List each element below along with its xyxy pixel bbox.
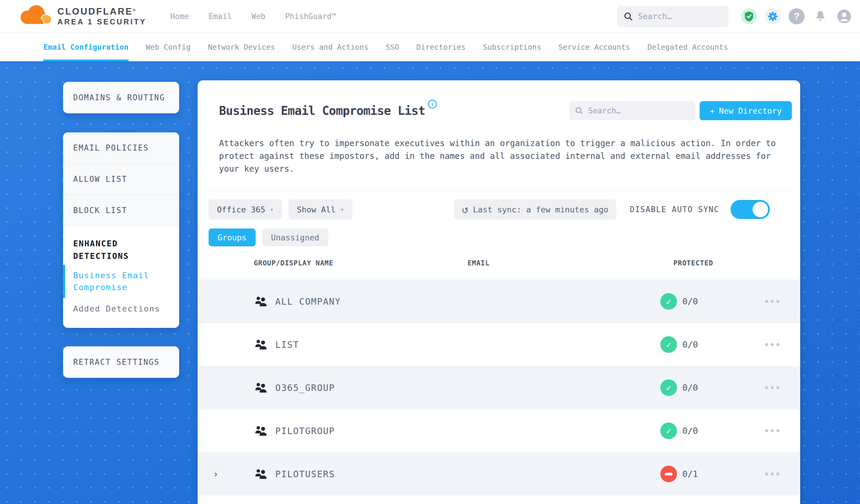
content-canvas: DOMAINS & ROUTING EMAIL POLICIES ALLOW L… — [0, 61, 860, 504]
protected-status-icon: ✓ — [660, 466, 677, 482]
protected-status-icon: ✓ — [660, 336, 677, 353]
directory-source-dropdown[interactable]: Office 365 ▾ — [209, 199, 282, 219]
page-title: Business Email Compromise Listi — [219, 104, 437, 117]
plus-icon: + — [710, 106, 715, 115]
view-tab-groups[interactable]: Groups — [209, 229, 256, 246]
protected-status-icon: ✓ — [660, 293, 677, 310]
group-icon — [254, 382, 268, 394]
registered-mark: ® — [133, 8, 137, 12]
protected-count: 0/0 — [682, 340, 698, 349]
group-name: O365_GROUP — [275, 383, 449, 393]
auto-sync-label: DISABLE AUTO SYNC — [630, 205, 719, 214]
info-icon[interactable]: i — [428, 100, 437, 109]
group-name: ALL COMPANY — [275, 296, 449, 307]
last-sync-status[interactable]: ↺ Last sync: a few minutes ago — [454, 199, 616, 219]
table-row: › PILOTGROUP ✓ 0/0 — [198, 409, 800, 452]
tab-directories[interactable]: Directories — [416, 33, 466, 61]
chevron-down-icon: ▾ — [341, 206, 344, 213]
table-row: › LIST ✓ 0/0 — [198, 323, 800, 366]
table-row: › ALL COMPANY ✓ 0/0 — [198, 280, 800, 323]
column-group-display-name: GROUP/DISPLAY NAME — [254, 259, 468, 267]
table-body: › ALL COMPANY ✓ 0/0 › LIST ✓ 0/0 — [198, 280, 800, 495]
sidebar-item-business-email-compromise[interactable]: Business Email Compromise — [63, 265, 179, 298]
tab-web-config[interactable]: Web Config — [146, 33, 191, 61]
page-description: Attackers often try to impersonate execu… — [219, 137, 779, 175]
gear-icon[interactable] — [765, 8, 781, 24]
sidebar-item-added-detections[interactable]: Added Detections — [63, 298, 179, 319]
global-search-input[interactable] — [638, 12, 710, 21]
top-nav-email[interactable]: Email — [209, 12, 232, 21]
cloudflare-cloud-icon — [16, 4, 55, 28]
new-directory-button[interactable]: + New Directory — [700, 101, 792, 120]
row-menu-icon[interactable] — [765, 473, 779, 475]
protected-status-icon: ✓ — [660, 422, 677, 439]
top-header: CLOUDFLARE® AREA 1 SECURITY Home Email W… — [0, 0, 860, 33]
logo-brand: CLOUDFLARE® — [57, 6, 146, 17]
sidebar-item-allow-list[interactable]: ALLOW LIST — [63, 164, 179, 195]
top-nav-home[interactable]: Home — [170, 12, 189, 21]
tab-subscriptions[interactable]: Subscriptions — [483, 33, 541, 61]
tab-network-devices[interactable]: Network Devices — [208, 33, 275, 61]
show-filter-dropdown[interactable]: Show All ▾ — [289, 199, 352, 219]
group-icon — [254, 296, 268, 307]
divider — [208, 190, 792, 190]
sidebar-item-retract-settings[interactable]: RETRACT SETTINGS — [63, 346, 179, 378]
group-name: PILOTUSERS — [275, 469, 449, 479]
list-search[interactable] — [569, 101, 696, 120]
protected-count: 0/0 — [682, 383, 698, 393]
chevron-down-icon: ▾ — [270, 206, 274, 213]
expand-chevron-icon[interactable]: › — [209, 465, 223, 483]
main-card: Business Email Compromise Listi + New Di… — [198, 80, 800, 504]
protected-status-icon: ✓ — [660, 379, 677, 396]
row-menu-icon[interactable] — [765, 386, 779, 389]
tab-email-configuration[interactable]: Email Configuration — [43, 33, 129, 61]
group-icon — [254, 468, 268, 480]
shield-check-icon[interactable] — [741, 8, 757, 24]
top-nav-web[interactable]: Web — [252, 12, 266, 21]
table-header: GROUP/DISPLAY NAME EMAIL PROTECTED — [198, 246, 800, 280]
protected-count: 0/1 — [682, 469, 698, 479]
protected-count: 0/0 — [682, 296, 698, 306]
row-menu-icon[interactable] — [765, 343, 779, 346]
search-icon — [575, 106, 583, 115]
view-tab-unassigned[interactable]: Unassigned — [262, 229, 329, 246]
sidebar: DOMAINS & ROUTING EMAIL POLICIES ALLOW L… — [63, 61, 179, 378]
table-row: › PILOTUSERS ✓ 0/1 — [198, 452, 800, 495]
help-icon[interactable]: ? — [789, 8, 805, 24]
sidebar-item-email-policies[interactable]: EMAIL POLICIES — [63, 132, 179, 164]
toggle-knob — [752, 202, 768, 217]
group-icon — [254, 425, 268, 437]
section-tab-bar: Email Configuration Web Config Network D… — [0, 33, 860, 61]
tab-users-and-actions[interactable]: Users and Actions — [292, 33, 369, 61]
cloudflare-logo[interactable]: CLOUDFLARE® AREA 1 SECURITY — [16, 4, 146, 28]
sidebar-item-enhanced-detections[interactable]: ENHANCED DETECTIONS — [63, 235, 179, 265]
refresh-icon: ↺ — [462, 204, 468, 215]
sidebar-item-domains-routing[interactable]: DOMAINS & ROUTING — [63, 82, 179, 113]
list-search-input[interactable] — [588, 106, 677, 115]
auto-sync-toggle[interactable] — [731, 200, 770, 219]
group-icon — [254, 339, 268, 350]
column-protected: PROTECTED — [673, 259, 713, 267]
column-email: EMAIL — [468, 259, 673, 267]
sidebar-item-block-list[interactable]: BLOCK LIST — [63, 195, 179, 226]
tab-service-accounts[interactable]: Service Accounts — [559, 33, 630, 61]
group-name: LIST — [275, 340, 449, 350]
protected-count: 0/0 — [682, 426, 698, 436]
global-search[interactable] — [617, 6, 729, 27]
top-nav-phishguard[interactable]: PhishGuard™ — [285, 12, 336, 21]
sidebar-policies-card: EMAIL POLICIES ALLOW LIST BLOCK LIST ENH… — [63, 132, 179, 328]
search-icon — [624, 12, 633, 21]
tab-sso[interactable]: SSO — [386, 33, 399, 61]
table-row: › O365_GROUP ✓ 0/0 — [198, 366, 800, 409]
logo-sub: AREA 1 SECURITY — [57, 17, 146, 26]
tab-delegated-accounts[interactable]: Delegated Accounts — [647, 33, 728, 61]
row-menu-icon[interactable] — [765, 300, 779, 303]
top-nav: Home Email Web PhishGuard™ — [170, 12, 336, 21]
account-icon[interactable] — [836, 8, 852, 24]
row-menu-icon[interactable] — [765, 429, 779, 432]
group-name: PILOTGROUP — [275, 426, 449, 436]
bell-icon[interactable] — [812, 8, 829, 24]
